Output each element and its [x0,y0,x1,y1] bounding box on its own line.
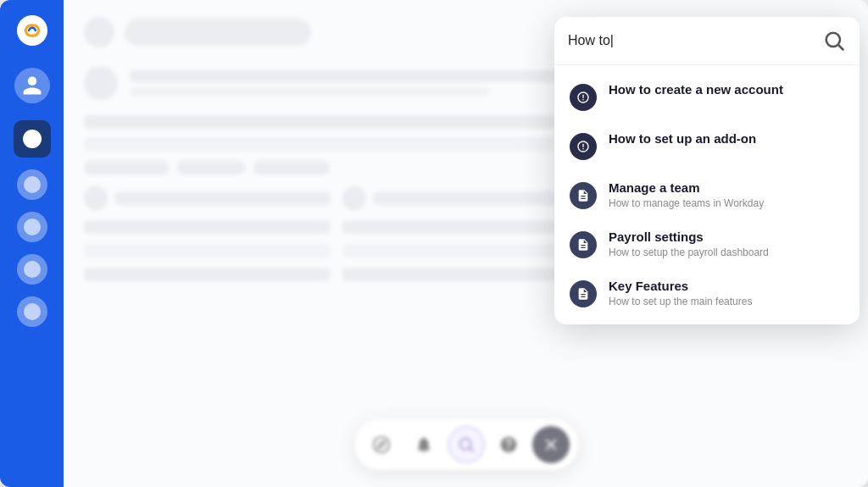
user-avatar[interactable] [14,68,50,103]
compass-button[interactable] [363,426,400,463]
sk-avatar-1 [84,66,118,100]
result-text-2: How to set up an add-on [609,131,756,146]
bottom-toolbar [354,419,578,470]
sk-gr-7 [84,268,331,281]
app-wrapper: How to| [0,0,868,487]
sidebar-item-active[interactable] [14,120,51,158]
search-input[interactable]: How to| [568,33,814,48]
svg-line-2 [838,45,843,49]
search-input-row: How to| [554,17,860,65]
sidebar-item-1[interactable] [17,169,47,200]
result-icon-2 [570,133,597,160]
help-button[interactable] [490,426,527,463]
topbar-avatar-skeleton [84,17,114,47]
sidebar-item-2[interactable] [17,212,47,242]
sk-tab-2 [177,161,245,174]
result-text-5: Key Features How to set up the main feat… [609,279,752,307]
sk-gc-2 [342,186,366,210]
result-icon-3 [570,182,597,209]
sk-gr-5 [342,244,589,257]
result-icon-5 [570,280,597,307]
dropdown-item-2[interactable]: How to set up an add-on [554,121,860,170]
sk-gr-2 [342,220,589,234]
sidebar-item-4[interactable] [17,296,47,327]
topbar-search-skeleton [125,19,311,46]
sk-gbar-1 [114,191,331,205]
sk-tab-1 [84,161,169,174]
sk-bar-2 [130,87,489,96]
main-content: How to| [64,0,868,487]
svg-line-6 [470,448,473,451]
sidebar-item-3[interactable] [17,254,47,285]
search-dropdown: How to| [554,17,860,324]
active-dot [23,130,42,148]
search-button[interactable] [448,426,485,463]
sk-gr-8 [342,268,589,281]
svg-point-0 [17,15,47,46]
result-icon-1 [570,84,597,111]
dropdown-item-1[interactable]: How to create a new account [554,72,860,121]
close-button[interactable] [532,426,570,463]
sk-gr-1 [84,220,331,234]
svg-point-3 [373,437,388,452]
workday-logo [15,14,49,47]
dropdown-item-5[interactable]: Key Features How to set up the main feat… [554,268,860,318]
result-text-1: How to create a new account [609,82,783,97]
dropdown-results-list: How to create a new account How to set u… [554,65,860,324]
sk-tab-3 [253,161,330,174]
dropdown-item-4[interactable]: Payroll settings How to setup the payrol… [554,219,860,268]
search-submit-button[interactable] [822,29,846,53]
notifications-button[interactable] [405,426,442,463]
svg-marker-4 [378,441,385,448]
sidebar [0,0,64,487]
sk-gc-1 [84,186,108,210]
result-text-4: Payroll settings How to setup the payrol… [609,230,769,258]
result-text-3: Manage a team How to manage teams in Wor… [609,180,764,209]
sk-gr-4 [84,244,331,257]
result-icon-4 [570,231,597,258]
dropdown-item-3[interactable]: Manage a team How to manage teams in Wor… [554,170,860,219]
